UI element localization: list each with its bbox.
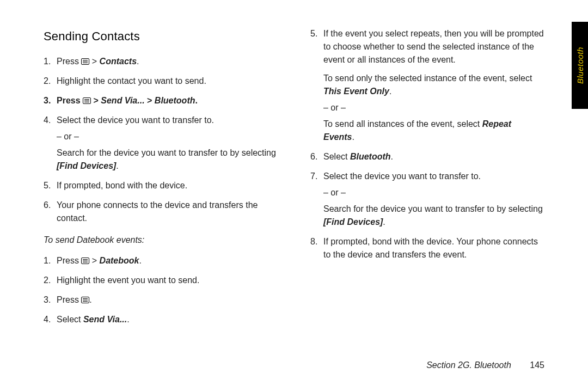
manual-page: Bluetooth Sending Contacts Press > Conta…: [0, 0, 588, 392]
bluetooth-label: Bluetooth: [350, 152, 391, 161]
page-number: 145: [530, 360, 544, 370]
text: .: [389, 87, 391, 96]
datebook-steps: Press > Datebook. Highlight the event yo…: [44, 254, 278, 326]
section-tab-bluetooth: Bluetooth: [572, 22, 588, 109]
text: To send all instances of the event, sele…: [323, 118, 544, 144]
section-heading: Sending Contacts: [44, 27, 278, 45]
text: >: [91, 96, 101, 105]
text: Press: [57, 256, 81, 265]
text: To send only the selected instance of th…: [323, 72, 544, 98]
db-step-6: Select Bluetooth.: [310, 150, 544, 163]
text: .: [137, 57, 139, 66]
text: To send all instances of the event, sele…: [323, 119, 482, 128]
or-separator: – or –: [323, 101, 544, 114]
text: .: [139, 256, 141, 265]
step-6: Your phone connects to the device and tr…: [44, 199, 278, 225]
db-step-7: Select the device you want to transfer t…: [310, 170, 544, 229]
step-3: Press > Send Via... > Bluetooth.: [44, 94, 278, 107]
datebook-steps-continued: If the event you select repeats, then yo…: [310, 27, 544, 261]
db-step-1: Press > Datebook.: [44, 254, 278, 267]
text: To send only the selected instance of th…: [323, 74, 532, 83]
find-devices-label: [Find Devices]: [57, 161, 116, 170]
db-step-2: Highlight the event you want to send.: [44, 274, 278, 287]
text: >: [89, 57, 99, 66]
step-2: Highlight the contact you want to send.: [44, 75, 278, 88]
datebook-label: Datebook: [100, 256, 139, 265]
bluetooth-label: Bluetooth: [155, 96, 195, 105]
or-separator: – or –: [323, 186, 544, 199]
db-step-4: Select Send Via....: [44, 313, 278, 326]
text: Search for the device you want to transf…: [323, 203, 544, 229]
left-column: Sending Contacts Press > Contacts. Highl…: [44, 27, 278, 333]
datebook-subhead: To send Datebook events:: [44, 234, 278, 247]
find-devices-label: [Find Devices]: [323, 217, 383, 226]
send-via-label: Send Via...: [83, 315, 127, 324]
text: .: [391, 152, 393, 161]
text: .: [383, 217, 385, 226]
right-column: If the event you select repeats, then yo…: [310, 27, 544, 333]
text: Press: [57, 96, 83, 105]
menu-icon: [81, 58, 89, 65]
send-via-label: Send Via...: [101, 96, 144, 105]
step-5: If prompted, bond with the device.: [44, 179, 278, 192]
text: If the event you select repeats, then yo…: [323, 27, 544, 66]
text: Search for the device you want to transf…: [57, 148, 276, 157]
text: Press: [57, 57, 81, 66]
text: .: [195, 96, 198, 105]
text: Search for the device you want to transf…: [57, 146, 278, 173]
section-label: Section 2G. Bluetooth: [426, 360, 511, 370]
db-step-5: If the event you select repeats, then yo…: [310, 27, 544, 144]
text: .: [89, 295, 91, 304]
menu-icon: [81, 297, 89, 303]
text: Select the device you want to transfer t…: [323, 170, 544, 183]
sending-contacts-steps: Press > Contacts. Highlight the contact …: [44, 55, 278, 225]
text: .: [352, 132, 354, 142]
text: .: [127, 315, 129, 324]
two-column-layout: Sending Contacts Press > Contacts. Highl…: [44, 27, 544, 333]
or-separator: – or –: [57, 130, 278, 143]
text: Select: [323, 152, 350, 161]
menu-icon: [81, 258, 89, 264]
text: >: [89, 256, 99, 265]
this-event-only-label: This Event Only: [323, 87, 389, 96]
step-1: Press > Contacts.: [44, 55, 278, 68]
text: >: [145, 96, 155, 105]
text: Press: [57, 295, 81, 304]
text: Search for the device you want to transf…: [323, 204, 543, 213]
step-4: Select the device you want to transfer t…: [44, 114, 278, 173]
contacts-label: Contacts: [100, 57, 137, 66]
page-footer: Section 2G. Bluetooth 145: [426, 360, 544, 370]
db-step-8: If prompted, bond with the device. Your …: [310, 235, 544, 261]
menu-icon: [83, 97, 91, 104]
text: Select: [57, 315, 83, 324]
text: .: [116, 161, 118, 170]
db-step-3: Press .: [44, 293, 278, 307]
text: Select the device you want to transfer t…: [57, 114, 278, 127]
